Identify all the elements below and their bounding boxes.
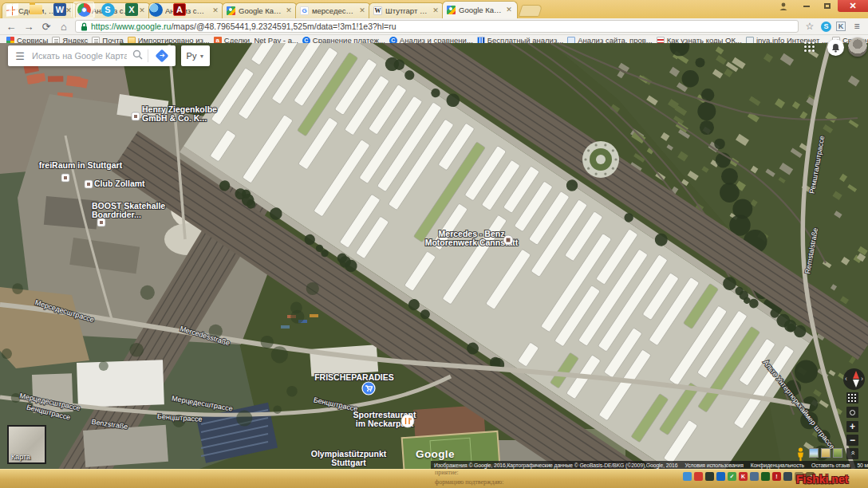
chevron-up-icon: » [848,452,856,455]
tab-close-icon[interactable]: ✕ [285,7,293,15]
reload-button[interactable]: ⟳ [40,22,53,32]
pegman-streetview[interactable] [795,447,806,462]
map-poi-label[interactable]: Stuttgart [331,458,366,467]
tab-5[interactable]: Gмерседес википедия - П...✕ [295,2,371,18]
bookmark-star-icon[interactable]: ☆ [803,21,816,32]
profile-button[interactable] [777,1,790,12]
back-button[interactable]: ← [5,22,18,32]
scale-label: 50 м [857,462,868,468]
poi-marker-shopping[interactable] [362,382,375,395]
search-icon[interactable] [127,49,148,63]
nvidia2-tray-icon[interactable] [761,472,770,481]
tab-title: Штутгарт — Википедия [385,6,428,15]
my-location-button[interactable] [846,407,858,418]
caret-down-icon: ▼ [199,53,204,59]
map-poi-label[interactable]: GmbH & Co. K... [142,113,207,123]
map-satellite-canvas[interactable]: МерседесштрассеMercedesstraßeМерцедесштр… [0,43,868,469]
imagery-thumbnail-photosphere[interactable] [809,448,819,458]
tab-title: мерседес википедия - П... [312,6,355,15]
taskbar-chrome-button[interactable] [73,2,94,18]
maximize-button[interactable] [817,0,838,12]
kaspersky-tray-icon[interactable]: K [739,472,748,481]
taskbar-explorer-button[interactable] [26,2,46,18]
poi-marker-restaurant[interactable] [401,415,414,427]
address-bar[interactable]: https://www.google.ru/maps/@48.7965441,9… [75,20,799,33]
taskbar-excel-button[interactable]: X [121,2,142,18]
attribution-text: Изображения © Google, 2016,Картографичес… [434,462,677,468]
tab-close-icon[interactable]: ✕ [432,7,440,15]
attribution-link-2[interactable]: Конфиденциальность [751,462,804,468]
tab-close-icon[interactable]: ✕ [505,6,513,14]
poi-marker[interactable] [61,174,69,182]
window-controls: ✕ [777,0,868,12]
attribution-link-1[interactable]: Условия использования [685,462,743,468]
bell-icon [831,43,840,53]
taskbar-word-button[interactable]: W [49,2,70,18]
map-poi-label[interactable]: FRISCHEPARADIES [314,372,394,382]
windows-tray-icon[interactable] [783,472,792,481]
google-apps-grid-icon[interactable] [804,41,817,54]
minimize-button[interactable] [796,0,817,12]
tab-6[interactable]: WШтутгарт — Википедия✕ [369,2,444,18]
map-mode-toggle[interactable]: Карта [7,425,46,464]
search-input[interactable]: Искать на Google Картах [32,51,127,61]
imagery-thumbnail-photos[interactable] [821,448,831,458]
rotate-right-icon[interactable]: › [861,375,863,383]
windows-logo-icon [6,3,18,17]
poi-marker[interactable] [97,218,105,226]
close-icon: ✕ [849,1,856,11]
tab-close-icon[interactable]: ✕ [358,7,366,15]
update-tray-icon[interactable] [750,472,759,481]
opera-tray-icon[interactable] [694,472,703,481]
poi-marker-mercedes[interactable] [503,235,513,245]
compass-control[interactable]: ‹ › [843,368,865,390]
player-tray-icon[interactable] [716,472,725,481]
poi-marker[interactable] [132,112,140,120]
maps-menu-icon[interactable]: ☰ [8,50,32,62]
compass-north-needle [853,371,859,379]
keyboard-lang-button[interactable]: Ру▼ [181,45,210,66]
maps-search-box[interactable]: ☰ Искать на Google Картах ➔ [8,45,176,66]
taskbar-windows-start-button[interactable] [2,2,22,18]
browser-toolbar: ← → ⟳ ⌂ https://www.google.ru/maps/@48.7… [0,18,868,35]
forward-button[interactable]: → [22,22,35,32]
fishki-watermark: Fishki.net [796,473,848,486]
maximize-icon [824,3,831,9]
map-poi-label[interactable]: Club Zollamt [94,179,145,188]
zoom-out-button[interactable]: − [846,435,858,446]
tab-close-icon[interactable]: ✕ [211,7,219,15]
close-window-button[interactable]: ✕ [838,0,868,12]
map-poi-label[interactable]: freiRaum in Stuttgart [39,160,123,170]
excel-icon: X [125,3,138,16]
skype-extension-icon[interactable]: S [821,22,831,32]
notifications-bell-button[interactable] [827,39,844,56]
plus-icon: + [850,422,855,431]
taskbar-acrobat-button[interactable]: A [169,2,190,18]
skype-tray-icon[interactable] [683,472,692,481]
k-extension-icon[interactable]: K [836,22,846,31]
chrome-menu-icon[interactable]: ≡ [850,21,863,32]
map-poi-label[interactable]: Boardrider... [92,210,141,219]
imagery-thumbnail-terrain[interactable] [833,448,842,458]
tilt-view-button[interactable] [846,392,858,403]
attribution-link-3[interactable]: Оставить отзыв [811,462,850,468]
taskbar-apps: WSXA [2,1,190,18]
poi-marker[interactable] [85,180,93,188]
directions-button[interactable]: ➔ [148,51,176,61]
wikipedia-icon: W [373,6,382,15]
nvidia-tray-icon[interactable] [705,472,714,481]
home-button[interactable]: ⌂ [57,22,70,32]
url-path: /maps/@48.7965441,9.2324591,525m/data=!3… [171,22,396,31]
rotate-left-icon[interactable]: ‹ [845,375,847,383]
user-avatar[interactable] [848,37,867,57]
background-document-text: приятие: [435,469,459,476]
zoom-in-button[interactable]: + [846,421,858,432]
antivirus-ok-tray-icon[interactable]: ✓ [728,472,736,481]
alert-tray-icon[interactable]: ! [772,472,781,481]
taskbar-thunderbird-button[interactable] [145,2,166,18]
collapse-imagery-button[interactable]: » [846,448,858,459]
new-tab-button[interactable] [519,5,543,17]
taskbar-skype-button[interactable]: S [97,2,118,18]
tab-4[interactable]: Google Карты✕ [222,2,298,18]
tab-7-active[interactable]: Google Карты✕ [442,1,518,18]
